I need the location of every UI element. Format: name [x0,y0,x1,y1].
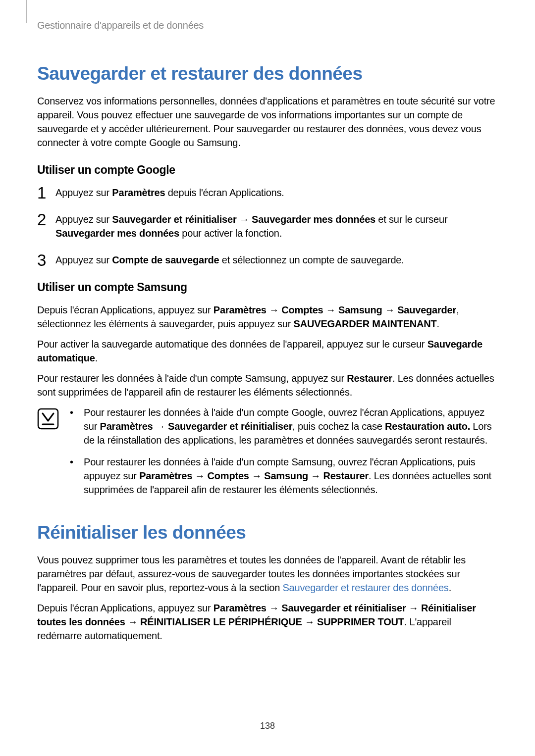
bold-text: RÉINITIALISER LE PÉRIPHÉRIQUE [140,616,302,627]
bold-text: Paramètres [214,304,267,315]
text: Appuyez sur [55,187,112,198]
bold-text: Paramètres [214,603,267,613]
text: pour activer la fonction. [179,228,282,239]
text: . [95,353,98,363]
samsung-p1: Depuis l'écran Applications, appuyez sur… [37,303,498,331]
bold-text: Sauvegarder mes données [55,228,179,239]
bold-text: Sauvegarder et réinitialiser [112,214,236,225]
bold-text: Samsung [338,304,382,315]
text: Pour activer la sauvegarde automatique d… [37,339,428,350]
document-page: Gestionnaire d'appareils et de données S… [0,0,535,756]
text: et sur le curseur [375,214,447,225]
arrow-icon: → [153,421,168,432]
text: Appuyez sur [55,254,112,265]
step-2: Appuyez sur Sauvegarder et réinitialiser… [37,212,498,240]
bold-text: Restaurer [347,373,392,384]
svg-rect-0 [38,409,58,429]
subheading-google-account: Utiliser un compte Google [37,163,498,177]
bold-text: Sauvegarder mes données [252,214,375,225]
step-3: Appuyez sur Compte de sauvegarde et séle… [37,253,498,267]
arrow-icon: → [267,304,282,315]
bold-text: Samsung [264,470,308,481]
note-box: Pour restaurer les données à l'aide d'un… [37,405,498,504]
bold-text: Sauvegarder [397,304,456,315]
arrow-icon: → [323,304,338,315]
subheading-samsung-account: Utiliser un compte Samsung [37,281,498,294]
arrow-icon: → [267,603,282,613]
bold-text: Restaurer [323,470,369,481]
arrow-icon: → [249,470,265,481]
bold-text: Compte de sauvegarde [112,254,219,265]
arrow-icon: → [125,616,141,627]
bold-text: Paramètres [100,421,153,432]
reset-p2: Depuis l'écran Applications, appuyez sur… [37,601,498,643]
text: . [437,318,439,329]
heading-reset-data: Réinitialiser les données [37,522,498,543]
bold-text: Sauvegarder et réinitialiser [281,603,406,613]
text: et sélectionnez un compte de sauvegarde. [219,254,404,265]
arrow-icon: → [406,603,422,613]
steps-google: Appuyez sur Paramètres depuis l'écran Ap… [37,186,498,267]
arrow-icon: → [192,470,208,481]
note-item-samsung: Pour restaurer les données à l'aide d'un… [69,455,498,497]
arrow-icon: → [237,214,252,225]
bold-text: Comptes [281,304,323,315]
text: , puis cochez la case [292,421,385,432]
samsung-p2: Pour activer la sauvegarde automatique d… [37,337,498,365]
arrow-icon: → [308,470,323,481]
note-icon [37,408,59,432]
step-1: Appuyez sur Paramètres depuis l'écran Ap… [37,186,498,200]
samsung-p3: Pour restaurer les données à l'aide d'un… [37,371,498,399]
arrow-icon: → [302,616,318,627]
text: . [449,582,451,593]
intro-paragraph: Conservez vos informations personnelles,… [37,94,498,150]
text: Depuis l'écran Applications, appuyez sur [37,603,214,613]
link-backup-restore[interactable]: Sauvegarder et restaurer des données [282,582,448,593]
text: Depuis l'écran Applications, appuyez sur [37,304,214,315]
breadcrumb: Gestionnaire d'appareils et de données [37,20,498,31]
bold-text: SUPPRIMER TOUT [317,616,404,627]
text: Appuyez sur [55,214,112,225]
bold-text: Paramètres [139,470,192,481]
note-content: Pour restaurer les données à l'aide d'un… [69,405,498,504]
text: Pour restaurer les données à l'aide d'un… [37,373,347,384]
bold-text: Comptes [208,470,249,481]
text: depuis l'écran Applications. [165,187,284,198]
bold-text: Paramètres [112,187,165,198]
heading-backup-restore: Sauvegarder et restaurer des données [37,63,498,84]
bold-text: SAUVEGARDER MAINTENANT [294,318,437,329]
reset-p1: Vous pouvez supprimer tous les paramètre… [37,553,498,595]
arrow-icon: → [382,304,398,315]
bold-text: Sauvegarder et réinitialiser [168,421,292,432]
note-item-google: Pour restaurer les données à l'aide d'un… [69,405,498,447]
page-number: 138 [0,721,535,731]
bold-text: Restauration auto. [385,421,470,432]
margin-marker [26,0,27,23]
